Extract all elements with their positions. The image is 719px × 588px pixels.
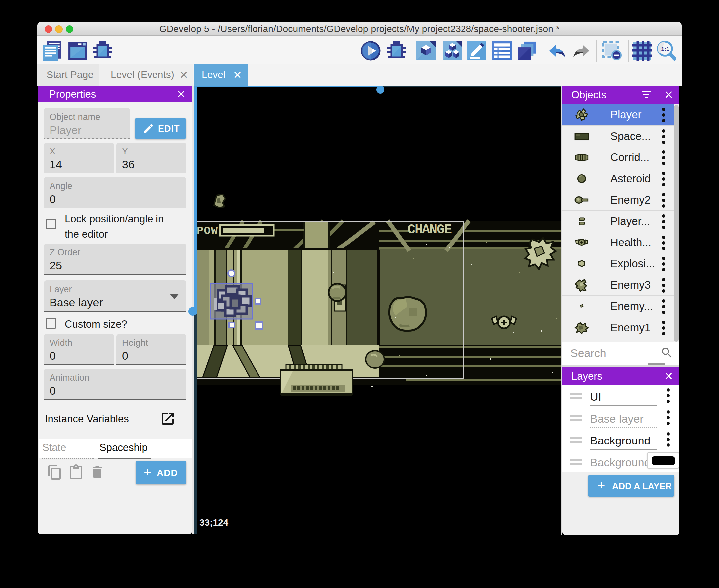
svg-text:33;124: 33;124	[199, 517, 229, 527]
svg-text:1:1: 1:1	[661, 46, 670, 52]
svg-text:CHANGE: CHANGE	[407, 222, 451, 237]
svg-text:POW: POW	[197, 225, 218, 237]
